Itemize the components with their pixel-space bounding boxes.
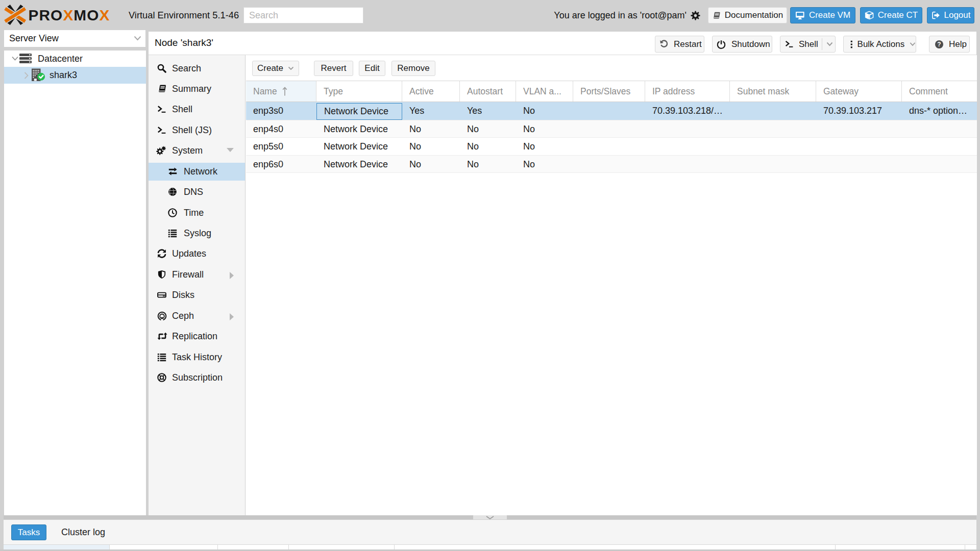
- svg-text:?: ?: [937, 41, 941, 48]
- svg-text:PROXMOX: PROXMOX: [29, 7, 110, 23]
